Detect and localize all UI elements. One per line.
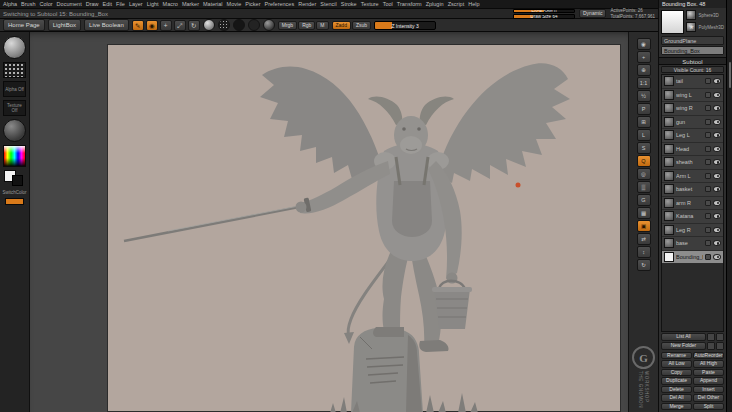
current-brush-icon[interactable] — [3, 36, 26, 59]
subtool-row[interactable]: Leg L — [662, 129, 723, 143]
subtool-paint-icon[interactable] — [705, 240, 711, 246]
mode-icon[interactable]: ⤢ — [174, 20, 186, 31]
menu-item[interactable]: File — [116, 0, 125, 8]
visibility-eye-icon[interactable] — [713, 146, 721, 152]
menu-item[interactable]: Zscript — [448, 0, 465, 8]
menu-item[interactable]: Help — [468, 0, 479, 8]
subtool-action-button[interactable]: Del All — [661, 394, 692, 402]
material-selector-icon[interactable] — [263, 19, 275, 31]
folder-icon[interactable] — [707, 333, 715, 341]
visibility-eye-icon[interactable] — [713, 132, 721, 138]
subtool-row[interactable]: arm R — [662, 197, 723, 211]
subtool-row[interactable]: Arm L — [662, 170, 723, 184]
shelf-icon[interactable]: ↻ — [637, 259, 651, 271]
shelf-icon[interactable]: ⇄ — [637, 233, 651, 245]
folder-eye-icon[interactable] — [716, 342, 724, 350]
mode-icon[interactable]: ↻ — [188, 20, 200, 31]
alt-color-swatch[interactable] — [5, 198, 24, 205]
subtool-action-button[interactable]: Rename — [661, 352, 692, 360]
shelf-icon[interactable]: ◉ — [637, 38, 651, 50]
subtool-paint-icon[interactable] — [705, 105, 711, 111]
menu-item[interactable]: Material — [203, 0, 223, 8]
subtool-action-button[interactable]: Paste — [693, 369, 724, 377]
subtool-row[interactable]: sheath — [662, 156, 723, 170]
visibility-eye-icon[interactable] — [713, 92, 721, 98]
subtool-action-button[interactable]: Del Other — [693, 394, 724, 402]
subtool-row[interactable]: Bounding_Box — [662, 251, 723, 265]
menu-item[interactable]: Light — [147, 0, 159, 8]
folder-thumb-icon[interactable] — [707, 342, 715, 350]
subtool-paint-icon[interactable] — [705, 132, 711, 138]
new-folder-button[interactable]: New Folder — [661, 342, 706, 350]
subtool-paint-icon[interactable] — [705, 227, 711, 233]
paint-mode-button[interactable]: M — [316, 21, 328, 30]
shelf-icon[interactable]: ▦ — [637, 207, 651, 219]
shelf-icon[interactable]: ▒ — [637, 181, 651, 193]
paint-mode-button[interactable]: Rgb — [298, 21, 315, 30]
subtool-action-button[interactable]: Insert — [693, 386, 724, 394]
subtool-row[interactable]: base — [662, 237, 723, 251]
visibility-eye-icon[interactable] — [713, 254, 721, 260]
menu-item[interactable]: Texture — [361, 0, 379, 8]
shelf-icon[interactable]: ↕ — [637, 246, 651, 258]
menu-item[interactable]: Preferences — [265, 0, 295, 8]
visibility-eye-icon[interactable] — [713, 119, 721, 125]
subtool-action-button[interactable]: Copy — [661, 369, 692, 377]
draw-size-slider[interactable]: Draw Size 64 — [513, 14, 575, 19]
subtool-action-button[interactable]: Merge — [661, 403, 692, 411]
subtool-action-button[interactable]: Delete — [661, 386, 692, 394]
subtool-action-button[interactable]: All High — [693, 360, 724, 368]
menu-item[interactable]: Picker — [245, 0, 260, 8]
subtool-paint-icon[interactable] — [705, 186, 711, 192]
subtool-paint-icon[interactable] — [705, 159, 711, 165]
subtool-row[interactable]: Head — [662, 143, 723, 157]
subtool-paint-icon[interactable] — [705, 213, 711, 219]
visibility-eye-icon[interactable] — [713, 227, 721, 233]
live-boolean-button[interactable]: Live Boolean — [84, 19, 129, 31]
tool-thumb-icon[interactable]: ★ — [686, 22, 696, 32]
shelf-icon[interactable]: S — [637, 142, 651, 154]
menu-item[interactable]: Macro — [163, 0, 178, 8]
switch-color-button[interactable]: SwitchColor — [2, 190, 26, 195]
subtool-paint-icon[interactable] — [705, 254, 711, 260]
tool-panel-header[interactable]: Bounding Box. 48 — [659, 0, 726, 8]
menu-item[interactable]: Tool — [383, 0, 393, 8]
tray-scrollbar-grip[interactable] — [729, 62, 731, 88]
subtool-paint-icon[interactable] — [705, 200, 711, 206]
menu-item[interactable]: Stencil — [320, 0, 337, 8]
subtool-section-title[interactable]: Subtool — [659, 57, 726, 65]
menu-item[interactable]: Zplugin — [426, 0, 444, 8]
menu-item[interactable]: Draw — [86, 0, 99, 8]
subtool-paint-icon[interactable] — [705, 119, 711, 125]
current-stroke-icon[interactable] — [3, 62, 26, 78]
menu-item[interactable]: Marker — [182, 0, 199, 8]
quick-pick-tool[interactable]: Sphere3D — [686, 10, 724, 20]
mode-icon[interactable]: ✎ — [132, 20, 144, 31]
visibility-eye-icon[interactable] — [713, 78, 721, 84]
shelf-icon[interactable]: L — [637, 129, 651, 141]
menu-item[interactable]: Stroke — [341, 0, 357, 8]
active-tool-thumbnail[interactable] — [661, 10, 684, 34]
lightbox-button[interactable]: LightBox — [48, 19, 81, 31]
visibility-eye-icon[interactable] — [713, 213, 721, 219]
folder-options-icon[interactable] — [716, 333, 724, 341]
shelf-icon[interactable]: 1:1 — [637, 77, 651, 89]
subtool-paint-icon[interactable] — [705, 92, 711, 98]
subtool-row[interactable]: tail — [662, 75, 723, 89]
shelf-icon[interactable]: ⊞ — [637, 116, 651, 128]
paint-mode-button[interactable]: Mrgb — [278, 21, 297, 30]
stroke-selector-icon[interactable] — [218, 19, 230, 31]
shelf-icon[interactable]: ½ — [637, 90, 651, 102]
texture-selector-icon[interactable] — [248, 19, 260, 31]
secondary-color-swatch[interactable] — [12, 175, 23, 186]
dynamic-draw-size-button[interactable]: Dynamic — [579, 9, 606, 18]
shelf-icon[interactable]: + — [637, 51, 651, 63]
subtool-row[interactable]: wing L — [662, 89, 723, 103]
tool-thumb-icon[interactable] — [686, 10, 696, 20]
tray-scrollbar[interactable] — [726, 0, 732, 412]
subtool-action-button[interactable]: Append — [693, 377, 724, 385]
visibility-eye-icon[interactable] — [713, 105, 721, 111]
subtool-row[interactable]: gun — [662, 116, 723, 130]
subtool-row[interactable]: Leg R — [662, 224, 723, 238]
sculpt-canvas[interactable] — [107, 44, 621, 412]
